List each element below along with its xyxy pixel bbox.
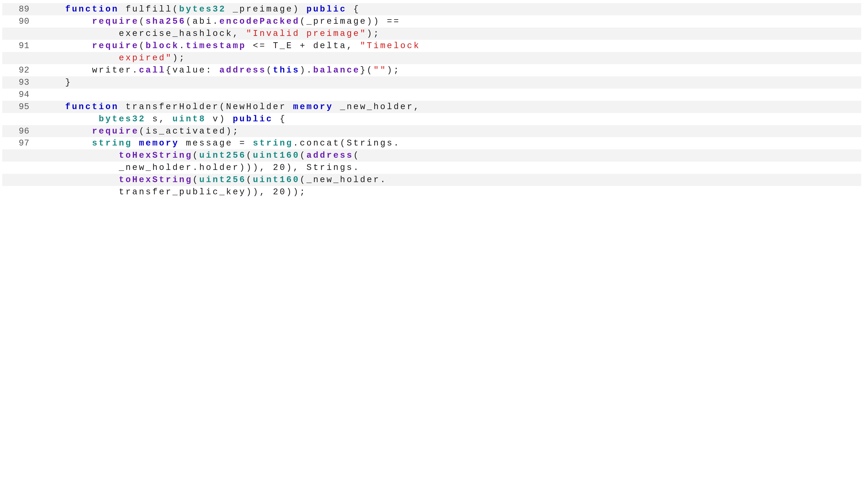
code-token: . [179,41,186,51]
code-token: writer. [92,65,139,75]
indent [38,114,99,124]
code-token: ( [246,175,253,185]
code-row: 96 require(is_activated); [2,125,861,137]
code-token: ); [367,29,380,38]
code-token: block [146,41,179,51]
code-token: ); [173,53,186,63]
code-token: require [92,41,139,51]
code-token [132,138,139,148]
code-token: ( [300,151,307,160]
code-line: bytes32 s, uint8 v) public { [38,113,861,125]
code-line: expired"); [38,52,861,64]
indent [38,17,92,26]
code-row: 94 [2,89,861,101]
line-number: 97 [2,137,38,149]
code-row: transfer_public_key)), 20)); [2,186,861,198]
indent [38,175,119,185]
indent [38,65,92,75]
line-number: 92 [2,64,38,76]
code-row: 97 string memory message = string.concat… [2,137,861,149]
line-number: 90 [2,15,38,28]
code-listing: 89 function fulfill(bytes32 _preimage) p… [0,0,868,205]
code-token: address [219,65,266,75]
code-token: exercise_hashlock, [119,29,246,38]
code-token: (abi. [186,17,219,26]
code-token: function [65,102,119,111]
code-token: "Timelock [360,41,421,51]
code-token: message = [179,138,253,148]
code-line: _new_holder.holder))), 20), Strings. [38,162,861,174]
code-token: ( [193,151,199,160]
code-token: (_preimage)) == [300,17,400,26]
code-token: <= T_E + delta, [246,41,360,51]
indent [38,4,65,14]
code-line: exercise_hashlock, "Invalid preimage"); [38,28,861,40]
code-row: toHexString(uint256(uint160(address( [2,149,861,162]
code-token: sha256 [146,17,186,26]
indent [38,187,119,197]
code-token: ( [139,41,146,51]
line-number: 91 [2,40,38,52]
code-token: call [139,65,166,75]
code-row: 93 } [2,76,861,89]
code-row: bytes32 s, uint8 v) public { [2,113,861,125]
code-row: 91 require(block.timestamp <= T_E + delt… [2,40,861,52]
code-token: bytes32 [179,4,226,14]
indent [38,151,119,160]
code-token: public [307,4,347,14]
code-token: ). [300,65,313,75]
code-line: } [38,76,861,89]
indent [38,138,92,148]
code-token: v) [206,114,233,124]
code-line: string memory message = string.concat(St… [38,137,861,149]
code-token: require [92,126,139,136]
code-token: uint8 [173,114,206,124]
code-token: ( [139,17,146,26]
code-token: address [307,151,353,160]
code-row: 89 function fulfill(bytes32 _preimage) p… [2,3,861,15]
code-row: toHexString(uint256(uint160(_new_holder. [2,174,861,186]
code-token: uint256 [199,151,246,160]
code-token: toHexString [119,175,193,185]
code-row: expired"); [2,52,861,64]
code-line: require(block.timestamp <= T_E + delta, … [38,40,861,52]
code-token: require [92,17,139,26]
code-row: _new_holder.holder))), 20), Strings. [2,162,861,174]
code-token: ( [353,151,360,160]
code-token: _new_holder, [333,102,420,111]
indent [38,102,65,111]
code-line: toHexString(uint256(uint160(address( [38,149,861,162]
code-token: encodePacked [219,17,300,26]
code-token: string [92,138,132,148]
code-token: "Invalid preimage" [246,29,367,38]
code-token: } [65,77,72,87]
code-token: toHexString [119,151,193,160]
code-token: (is_activated); [139,126,240,136]
code-line: require(is_activated); [38,125,861,137]
code-token: this [273,65,300,75]
code-line: toHexString(uint256(uint160(_new_holder. [38,174,861,186]
code-token: bytes32 [99,114,146,124]
code-token: uint160 [253,151,300,160]
indent [38,163,119,172]
code-token: public [233,114,273,124]
code-token: expired" [119,53,173,63]
code-token: memory [139,138,179,148]
code-token: }( [360,65,373,75]
code-token: fulfill( [119,4,179,14]
code-row: exercise_hashlock, "Invalid preimage"); [2,28,861,40]
code-token: memory [293,102,333,111]
code-row: 90 require(sha256(abi.encodePacked(_prei… [2,15,861,28]
code-line: require(sha256(abi.encodePacked(_preimag… [38,15,861,28]
code-token: _preimage) [226,4,307,14]
line-number: 94 [2,89,38,101]
code-row: 95 function transferHolder(NewHolder mem… [2,101,861,113]
line-number: 93 [2,76,38,89]
code-token: uint160 [253,175,300,185]
indent [38,41,92,51]
code-line: writer.call{value: address(this).balance… [38,64,861,76]
code-token: "" [373,65,387,75]
code-token: .concat(Strings. [293,138,400,148]
code-token: ); [387,65,400,75]
code-token: function [65,4,119,14]
